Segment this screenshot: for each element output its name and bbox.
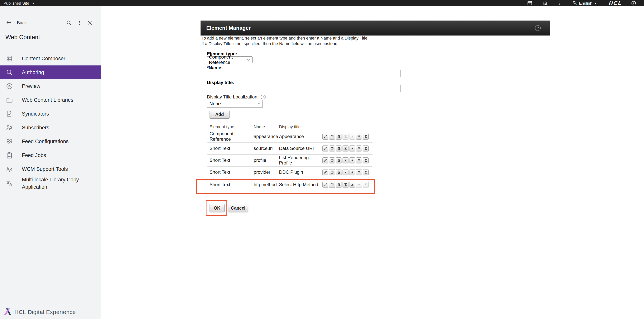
table-body: Component ReferenceappearanceAppearanceS… <box>210 130 374 194</box>
cancel-button[interactable]: Cancel <box>228 204 248 212</box>
element-type-value: Component Reference <box>209 54 246 65</box>
edit-button[interactable] <box>322 182 328 188</box>
table-header-row: Element type Name Display title <box>210 123 374 130</box>
edit-button[interactable] <box>322 134 328 140</box>
sidebar-item-subscribers[interactable]: Subscribers <box>0 121 101 134</box>
display-title-input[interactable] <box>207 85 401 92</box>
sidebar-item-feed-jobs[interactable]: Feed Jobs <box>0 148 101 162</box>
document-check-icon <box>6 110 13 118</box>
move-bottom-button[interactable] <box>363 169 369 175</box>
sidebar-item-label: Syndicators <box>22 110 49 118</box>
move-top-button[interactable] <box>342 158 348 163</box>
delete-button[interactable] <box>336 182 342 188</box>
element-type-select[interactable]: Component Reference <box>207 56 252 63</box>
cell-element-type: Short Text <box>210 146 254 151</box>
site-selector-dropdown[interactable]: Published Site <box>0 1 34 6</box>
row-actions <box>322 169 370 175</box>
sidebar-item-label: Content Composer <box>22 55 66 62</box>
delete-button[interactable] <box>336 134 342 140</box>
move-top-button[interactable] <box>342 182 348 188</box>
sidebar-item-label: Feed Jobs <box>22 152 46 159</box>
edit-button[interactable] <box>322 158 328 163</box>
move-up-button[interactable] <box>349 158 355 163</box>
language-label: English <box>579 1 592 6</box>
caret-down-icon <box>258 103 260 105</box>
table-row-httpmethod: Short TexthttpmethodSelect Http Method <box>210 178 374 194</box>
name-input[interactable] <box>207 70 401 77</box>
row-actions <box>322 134 370 140</box>
sidebar-item-label: Web Content Libraries <box>22 96 73 104</box>
copy-button[interactable] <box>329 182 335 188</box>
move-top-button[interactable] <box>342 169 348 175</box>
add-button[interactable]: Add <box>210 110 230 118</box>
sidebar-item-label: Subscribers <box>22 124 49 131</box>
site-selector-label: Published Site <box>4 1 29 6</box>
sidebar-item-label: Authoring <box>22 69 44 76</box>
cell-display-title: Select Http Method <box>279 182 322 187</box>
sidebar-item-wcm-support-tools[interactable]: WCM Support Tools <box>0 162 101 176</box>
localization-label-row: Display Title Localization: ? <box>207 94 266 100</box>
help-icon[interactable]: ? <box>261 95 266 100</box>
sidebar-item-content-composer[interactable]: Content Composer <box>0 52 101 66</box>
col-header-display-title: Display title <box>279 124 322 129</box>
sidebar-item-preview[interactable]: Preview <box>0 79 101 93</box>
copy-button[interactable] <box>329 169 335 175</box>
sidebar: Back Web Co <box>0 6 101 319</box>
copy-button[interactable] <box>329 146 335 152</box>
localization-value: None <box>209 101 221 106</box>
sidebar-item-authoring[interactable]: Authoring <box>0 66 101 79</box>
sidebar-item-label: Multi-locale Library Copy Application <box>22 176 93 190</box>
delete-button[interactable] <box>336 169 342 175</box>
language-selector[interactable]: English <box>572 0 597 6</box>
move-down-button[interactable] <box>356 146 362 152</box>
home-icon[interactable] <box>542 0 548 6</box>
move-up-button[interactable] <box>349 182 355 188</box>
chevron-down-icon <box>32 2 34 5</box>
move-top-button[interactable] <box>342 146 348 152</box>
kebab-menu-icon[interactable] <box>76 20 82 26</box>
console-icon[interactable] <box>527 0 532 6</box>
play-circle-icon <box>6 82 13 90</box>
info-icon[interactable] <box>631 0 636 6</box>
edit-button[interactable] <box>322 169 328 175</box>
clipboard-chart-icon <box>6 152 13 159</box>
move-down-button[interactable] <box>356 169 362 175</box>
sidebar-item-syndicators[interactable]: Syndicators <box>0 107 101 121</box>
table-row-profile: Short TextprofileList Rendering Profile <box>210 154 374 166</box>
sidebar-item-feed-configurations[interactable]: Feed Configurations <box>0 134 101 148</box>
sidebar-nav: Content ComposerAuthoringPreviewWeb Cont… <box>0 52 101 190</box>
localization-dropdown[interactable]: None <box>207 100 262 108</box>
copy-button[interactable] <box>329 134 335 140</box>
move-down-button[interactable] <box>356 134 362 140</box>
move-bottom-button[interactable] <box>363 158 369 163</box>
sidebar-item-multi-locale-library-copy-application[interactable]: Multi-locale Library Copy Application <box>0 176 101 190</box>
help-icon[interactable]: ? <box>535 25 541 31</box>
sidebar-title: Web Content <box>5 34 40 41</box>
move-bottom-button[interactable] <box>363 134 369 140</box>
kebab-menu-icon[interactable] <box>557 1 562 6</box>
move-bottom-button[interactable] <box>363 146 369 152</box>
translate-icon <box>6 180 13 187</box>
delete-button[interactable] <box>336 158 342 163</box>
delete-button[interactable] <box>336 146 342 152</box>
cell-display-title: Data Source URI <box>279 146 322 151</box>
row-divider <box>208 142 372 143</box>
row-divider <box>208 166 372 166</box>
cell-display-title: List Rendering Profile <box>279 155 322 166</box>
move-up-button[interactable] <box>349 146 355 152</box>
table-row-sourceuri: Short TextsourceuriData Source URI <box>210 142 374 154</box>
close-icon[interactable] <box>87 20 93 26</box>
move-down-button[interactable] <box>356 158 362 163</box>
search-icon[interactable] <box>66 20 72 26</box>
instruction-line-1: To add a new element, select an element … <box>202 36 369 41</box>
sidebar-item-web-content-libraries[interactable]: Web Content Libraries <box>0 93 101 107</box>
move-up-button[interactable] <box>349 169 355 175</box>
gear-icon <box>6 138 13 145</box>
ok-button[interactable]: OK <box>210 204 224 212</box>
edit-button[interactable] <box>322 146 328 152</box>
back-button[interactable]: Back <box>0 20 27 26</box>
row-divider <box>208 154 372 155</box>
copy-button[interactable] <box>329 158 335 163</box>
cell-element-type: Short Text <box>210 170 254 175</box>
cell-name: sourceuri <box>254 146 279 151</box>
